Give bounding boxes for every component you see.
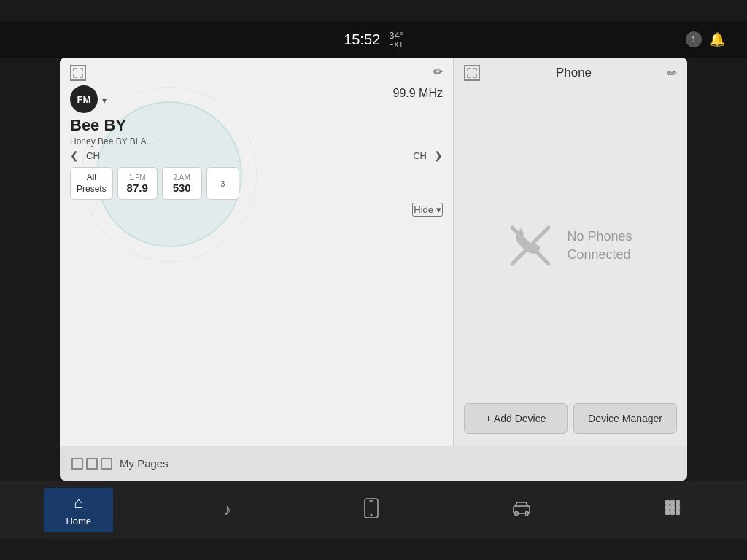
radio-panel-header: ✏ (70, 65, 443, 81)
all-presets-label: AllPresets (77, 172, 107, 194)
add-device-button[interactable]: + Add Device (464, 403, 568, 434)
radio-frequency: 99.9 MHz (114, 87, 443, 100)
phone-edit-icon[interactable]: ✏ (667, 66, 677, 80)
radio-panel: ✏ FM ▾ 99.9 MHz Bee BY Honey Bee BY BLA.… (60, 58, 454, 446)
status-bar: 15:52 34° EXT 1 🔔 (0, 21, 747, 58)
phone-no-connection: No Phones Connected (464, 96, 677, 396)
no-phones-text: No Phones Connected (567, 228, 632, 264)
nav-home[interactable]: ⌂ Home (44, 488, 113, 532)
apps-icon (664, 499, 681, 521)
ch-right-arrow[interactable]: ❯ (434, 149, 443, 161)
svg-rect-16 (676, 510, 680, 515)
device-manager-button[interactable]: Device Manager (573, 403, 677, 434)
radio-ch-controls: ❮ CH CH ❯ (70, 149, 443, 161)
hide-chevron-icon: ▾ (436, 204, 441, 215)
my-pages-label: My Pages (120, 457, 169, 470)
radio-edit-icon[interactable]: ✏ (433, 65, 443, 79)
expand-icon[interactable] (70, 65, 86, 81)
preset-3-label: 3 (220, 179, 225, 188)
nav-home-label: Home (66, 516, 91, 526)
svg-rect-8 (665, 500, 670, 505)
nav-apps[interactable] (642, 493, 703, 526)
bell-icon: 🔔 (709, 31, 725, 47)
ch-left-label: CH (86, 150, 100, 161)
preset-1-button[interactable]: 1.FM 87.9 (117, 167, 158, 200)
no-phone-icon (508, 224, 552, 268)
svg-point-4 (370, 513, 372, 516)
page-square-3 (101, 458, 112, 470)
page-square-2 (86, 458, 98, 470)
phone-panel: Phone ✏ No Phones Connected (454, 58, 687, 446)
svg-rect-12 (670, 505, 675, 510)
hide-label: Hide (414, 204, 433, 215)
fm-badge[interactable]: FM (70, 85, 98, 113)
hide-button[interactable]: Hide ▾ (412, 203, 443, 217)
all-presets-button[interactable]: AllPresets (70, 167, 113, 200)
ch-right-label: CH (413, 150, 427, 161)
ch-left-arrow[interactable]: ❮ (70, 149, 79, 161)
preset-1-val: 87.9 (124, 182, 151, 194)
nav-phone[interactable] (341, 492, 401, 528)
phone-title: Phone (480, 66, 667, 80)
top-content: ✏ FM ▾ 99.9 MHz Bee BY Honey Bee BY BLA.… (60, 58, 687, 446)
svg-rect-11 (665, 505, 670, 510)
svg-rect-13 (676, 505, 680, 510)
svg-rect-10 (676, 500, 680, 505)
my-pages-bar: My Pages (60, 446, 687, 481)
svg-rect-5 (514, 506, 530, 513)
svg-rect-9 (670, 500, 675, 505)
nav-music[interactable]: ♪ (201, 494, 253, 525)
hide-row: Hide ▾ (70, 203, 443, 217)
page-square-1 (71, 458, 83, 470)
preset-2-button[interactable]: 2.AM 530 (162, 167, 202, 200)
home-icon: ⌂ (74, 494, 83, 513)
svg-rect-14 (665, 510, 670, 515)
status-time: 15:52 (344, 31, 380, 48)
svg-rect-15 (670, 510, 675, 515)
notification-badge[interactable]: 1 (686, 31, 702, 47)
phone-nav-icon (363, 498, 379, 522)
preset-3-button[interactable]: 3 (206, 167, 239, 200)
phone-header: Phone ✏ (464, 65, 677, 81)
fm-dropdown-icon[interactable]: ▾ (102, 96, 107, 106)
main-screen: ✏ FM ▾ 99.9 MHz Bee BY Honey Bee BY BLA.… (60, 58, 687, 481)
vehicle-icon (511, 501, 532, 518)
preset-2-num: 2.AM (169, 174, 196, 182)
radio-station-subtitle: Honey Bee BY BLA... (70, 136, 443, 147)
nav-vehicle[interactable] (489, 495, 554, 524)
radio-station-name: Bee BY (70, 116, 443, 135)
preset-2-val: 530 (169, 182, 196, 194)
bottom-nav: ⌂ Home ♪ (0, 481, 747, 539)
status-temp: 34° EXT (389, 30, 403, 49)
phone-action-buttons: + Add Device Device Manager (464, 403, 677, 434)
phone-expand-icon[interactable] (464, 65, 480, 81)
pages-squares (71, 458, 112, 470)
music-icon: ♪ (223, 500, 231, 519)
preset-row: AllPresets 1.FM 87.9 2.AM 530 3 (70, 167, 443, 200)
status-right-icons: 1 🔔 (686, 31, 725, 47)
radio-band-row: FM ▾ 99.9 MHz (70, 85, 443, 113)
preset-1-num: 1.FM (124, 174, 151, 182)
